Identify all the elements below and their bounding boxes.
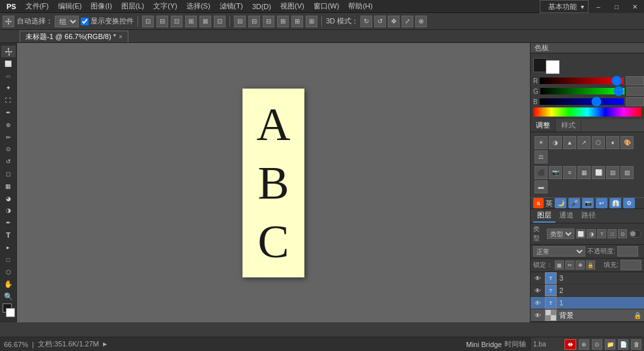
ime-icon-camera[interactable]: 📷: [582, 198, 594, 208]
adj-gradient-map[interactable]: ▬: [534, 180, 548, 193]
bottom-btn-4[interactable]: 📄: [618, 339, 628, 350]
align-right-btn[interactable]: ⊡: [171, 16, 183, 27]
layer-item-background[interactable]: 👁 背景 🔒: [531, 309, 644, 322]
align-bottom-btn[interactable]: ⊡: [214, 16, 226, 27]
brush-tool[interactable]: ✏: [1, 132, 16, 143]
menu-layer[interactable]: 图层(L): [117, 1, 148, 11]
adj-levels[interactable]: ▲: [563, 136, 576, 149]
bottom-btn-5[interactable]: 🗑: [631, 339, 641, 350]
style-tab[interactable]: 样式: [556, 119, 581, 132]
filter-shape-icon[interactable]: □: [607, 229, 617, 238]
g-slider[interactable]: [540, 88, 624, 94]
align-center-h-btn[interactable]: ⊟: [156, 16, 168, 27]
3d-rotate-btn[interactable]: ↻: [360, 16, 372, 27]
align-left-btn[interactable]: ⊡: [142, 16, 154, 27]
adj-color-lookup[interactable]: ▦: [578, 166, 591, 179]
lock-transparent-icon[interactable]: ▦: [555, 260, 564, 270]
layers-tab[interactable]: 图层: [533, 209, 555, 223]
lock-pixels-icon[interactable]: ✏: [565, 260, 574, 270]
paths-tab[interactable]: 路径: [578, 209, 600, 223]
marquee-tool[interactable]: ⬜: [1, 58, 16, 70]
menu-3d[interactable]: 3D(D): [248, 3, 275, 10]
g-value[interactable]: 253: [626, 87, 644, 96]
menu-type[interactable]: 文字(Y): [149, 1, 181, 11]
canvas-tab[interactable]: 未标题-1 @ 66.7%(RGB/8) * ×: [20, 31, 128, 42]
distribute-left-btn[interactable]: ⊟: [234, 16, 246, 27]
distribute-top-btn[interactable]: ⊞: [277, 16, 289, 27]
ime-icon-shirt[interactable]: 👔: [609, 198, 621, 208]
layer-item-1[interactable]: 👁 T 1: [531, 297, 644, 309]
adjust-tab[interactable]: 调整: [531, 119, 556, 132]
pen-tool[interactable]: ✒: [1, 217, 16, 229]
b-slider[interactable]: [540, 98, 624, 105]
blur-tool[interactable]: ◕: [1, 193, 16, 204]
ime-icon-back[interactable]: ↩: [596, 198, 607, 208]
channels-tab[interactable]: 通道: [555, 209, 578, 223]
eraser-tool[interactable]: ◻: [1, 168, 16, 180]
adj-invert[interactable]: ⬜: [592, 166, 605, 179]
adj-color-balance[interactable]: ⚖: [534, 150, 548, 163]
adj-hue[interactable]: 🎨: [621, 136, 634, 149]
align-top-btn[interactable]: ⊞: [185, 16, 197, 27]
opacity-input[interactable]: 100%: [617, 246, 638, 257]
lasso-tool[interactable]: ⌓: [1, 70, 16, 82]
3d-scale-btn[interactable]: ⊕: [415, 16, 427, 27]
layer-3-visibility[interactable]: 👁: [533, 274, 542, 283]
tab-close-btn[interactable]: ×: [119, 33, 123, 40]
bottom-btn-2[interactable]: ⊙: [592, 339, 602, 350]
color-spectrum[interactable]: [533, 107, 641, 117]
adj-posterize[interactable]: ▤: [606, 166, 619, 179]
type-tool[interactable]: T: [1, 229, 16, 241]
dodge-tool[interactable]: ◑: [1, 205, 16, 217]
align-middle-btn[interactable]: ⊠: [199, 16, 211, 27]
menu-image[interactable]: 图像(I): [87, 1, 115, 11]
menu-window[interactable]: 窗口(W): [310, 1, 344, 11]
ime-icon-moon[interactable]: 🌙: [555, 198, 566, 208]
distribute-right-btn[interactable]: ⊟: [263, 16, 274, 27]
show-controls-checkbox[interactable]: [81, 18, 89, 25]
crop-tool[interactable]: ⛶: [1, 94, 16, 106]
gradient-tool[interactable]: ▦: [1, 180, 16, 192]
history-brush-tool[interactable]: ↺: [1, 156, 16, 167]
bottom-btn-3[interactable]: 📁: [605, 339, 615, 350]
bg-visibility[interactable]: 👁: [533, 311, 542, 320]
r-slider[interactable]: [540, 77, 624, 84]
doc-info-arrow[interactable]: ▶: [103, 341, 107, 347]
layer-item-3[interactable]: 👁 T 3: [531, 272, 644, 285]
adj-threshold[interactable]: ▧: [621, 166, 634, 179]
menu-help[interactable]: 帮助(H): [344, 1, 376, 11]
ime-icon-mic[interactable]: 🎤: [568, 198, 580, 208]
adj-bw[interactable]: ⬛: [534, 166, 548, 179]
adj-exposure[interactable]: ⬡: [592, 136, 605, 149]
filter-pixel-icon[interactable]: ⬜: [576, 229, 585, 238]
ime-icon-settings[interactable]: ⚙: [623, 198, 635, 208]
3d-tool[interactable]: ⬡: [1, 266, 16, 278]
zoom-tool[interactable]: 🔍: [1, 290, 16, 302]
fill-input[interactable]: 100%: [621, 260, 641, 270]
3d-roll-btn[interactable]: ↺: [374, 16, 386, 27]
layer-2-visibility[interactable]: 👁: [533, 286, 542, 295]
hand-tool[interactable]: ✋: [1, 278, 16, 290]
background-color[interactable]: [6, 308, 15, 317]
clone-stamp-tool[interactable]: ⊙: [1, 144, 16, 156]
adj-curves[interactable]: ↗: [578, 136, 591, 149]
adj-vibrance[interactable]: ♦: [606, 136, 619, 149]
background-color-swatch[interactable]: [546, 60, 560, 74]
menu-select[interactable]: 选择(S): [183, 1, 214, 11]
r-value[interactable]: 247: [626, 76, 644, 85]
menu-filter[interactable]: 滤镜(T): [216, 1, 247, 11]
shape-tool[interactable]: □: [1, 254, 16, 266]
layer-item-2[interactable]: 👁 T 2: [531, 285, 644, 297]
filter-adj-icon[interactable]: ◑: [587, 229, 596, 238]
filter-type-icon[interactable]: T: [597, 229, 606, 238]
menu-view[interactable]: 视图(V): [276, 1, 308, 11]
3d-pan-btn[interactable]: ✥: [388, 16, 400, 27]
adj-photo-filter[interactable]: 📷: [549, 166, 562, 179]
filter-toggle[interactable]: [629, 230, 641, 238]
window-maximize[interactable]: □: [607, 0, 626, 13]
magic-wand-tool[interactable]: ✦: [1, 82, 16, 94]
path-select-tool[interactable]: ▸: [1, 242, 16, 253]
link-chain-btn[interactable]: [564, 339, 576, 350]
lock-position-icon[interactable]: ✥: [576, 260, 585, 270]
distribute-center-v-btn[interactable]: ⊞: [291, 16, 303, 27]
